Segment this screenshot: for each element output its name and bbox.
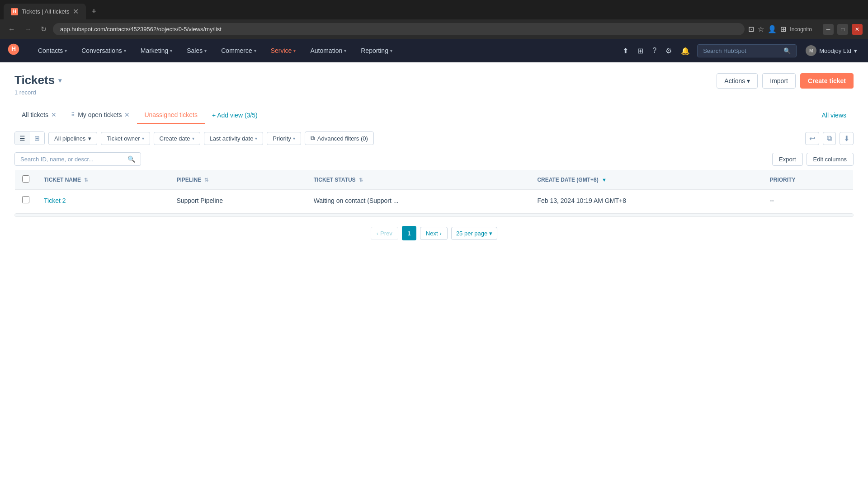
per-page-select[interactable]: 25 per page ▾ <box>451 227 497 240</box>
next-button[interactable]: Next › <box>420 227 448 240</box>
global-search[interactable]: 🔍 <box>697 44 797 57</box>
copy-button[interactable]: ⧉ <box>823 132 836 145</box>
marketplace-icon[interactable]: ⊞ <box>636 45 645 57</box>
add-view-button[interactable]: + Add view (3/5) <box>205 107 265 123</box>
last-activity-date-filter[interactable]: Last activity date ▾ <box>204 132 264 145</box>
table-header: TICKET NAME ⇅ PIPELINE ⇅ TICKET STATUS ⇅… <box>15 170 854 190</box>
pagination: ‹ Prev 1 Next › 25 per page ▾ <box>14 226 854 240</box>
help-icon[interactable]: ? <box>651 45 658 56</box>
nav-automation[interactable]: Automation ▾ <box>303 39 354 62</box>
table-search-input[interactable] <box>20 156 124 163</box>
export-button[interactable]: Export <box>772 153 803 166</box>
table-controls: 🔍 Export Edit columns <box>14 152 854 166</box>
download-button[interactable]: ⬇ <box>840 132 854 145</box>
cell-ticket-status: Waiting on contact (Support ... <box>307 190 530 211</box>
grid-view-button[interactable]: ⊞ <box>30 132 44 145</box>
nav-service[interactable]: Service ▾ <box>264 39 303 62</box>
new-tab-button[interactable]: + <box>88 5 100 18</box>
settings-icon[interactable]: ⚙ <box>664 45 674 57</box>
chevron-down-icon: ▾ <box>204 48 207 53</box>
row-select-checkbox[interactable] <box>22 196 29 203</box>
maximize-button[interactable]: □ <box>837 24 848 35</box>
create-date-filter[interactable]: Create date ▾ <box>154 132 200 145</box>
upgrade-icon[interactable]: ⬆ <box>621 45 630 57</box>
cell-create-date: Feb 13, 2024 10:19 AM GMT+8 <box>530 190 762 211</box>
browser-tab[interactable]: H Tickets | All tickets ✕ <box>4 4 86 19</box>
sort-icon[interactable]: ⇅ <box>359 177 363 183</box>
nav-right: ⬆ ⊞ ? ⚙ 🔔 🔍 M Moodjoy Ltd ▾ <box>621 43 861 58</box>
account-menu[interactable]: M Moodjoy Ltd ▾ <box>802 43 861 58</box>
undo-button[interactable]: ↩ <box>805 132 819 145</box>
nav-sales[interactable]: Sales ▾ <box>179 39 214 62</box>
chevron-down-icon: ▾ <box>170 48 172 53</box>
hubspot-logo[interactable]: H <box>7 43 20 58</box>
filters-row: ☰ ⊞ All pipelines ▾ Ticket owner ▾ Creat… <box>14 131 854 145</box>
actions-button[interactable]: Actions ▾ <box>717 73 758 89</box>
view-toggle: ☰ ⊞ <box>14 131 45 145</box>
view-tabs: All tickets ✕ ⠿ My open tickets ✕ Unassi… <box>14 107 854 124</box>
back-button[interactable]: ← <box>5 23 18 35</box>
close-tab-icon[interactable]: ✕ <box>124 111 130 118</box>
nav-contacts[interactable]: Contacts ▾ <box>31 39 74 62</box>
import-button[interactable]: Import <box>762 73 796 89</box>
list-view-button[interactable]: ☰ <box>15 132 30 145</box>
chevron-down-icon: ▾ <box>142 136 144 141</box>
chevron-down-icon: ▾ <box>293 48 296 53</box>
sort-active-icon[interactable]: ▼ <box>602 177 607 183</box>
header-priority: PRIORITY <box>763 170 854 190</box>
extensions-icon[interactable]: ⊞ <box>780 25 786 33</box>
sort-icon[interactable]: ⇅ <box>84 177 88 183</box>
refresh-button[interactable]: ↻ <box>38 23 49 35</box>
all-views-button[interactable]: All views <box>815 107 854 123</box>
ticket-link[interactable]: Ticket 2 <box>44 197 66 204</box>
sort-icon[interactable]: ⇅ <box>204 177 208 183</box>
nav-commerce[interactable]: Commerce ▾ <box>214 39 263 62</box>
nav-reporting[interactable]: Reporting ▾ <box>354 39 400 62</box>
current-page: 1 <box>402 226 416 240</box>
chevron-down-icon: ▾ <box>124 48 126 53</box>
account-name: Moodjoy Ltd <box>819 47 851 54</box>
close-button[interactable]: ✕ <box>852 24 863 35</box>
prev-button[interactable]: ‹ Prev <box>371 227 398 240</box>
notifications-icon[interactable]: 🔔 <box>679 45 692 57</box>
priority-filter[interactable]: Priority ▾ <box>267 132 301 145</box>
profile-icon[interactable]: 👤 <box>768 25 777 33</box>
tab-all-tickets[interactable]: All tickets ✕ <box>14 107 64 124</box>
edit-columns-button[interactable]: Edit columns <box>807 153 854 166</box>
advanced-filters-button[interactable]: ⧉ Advanced filters (0) <box>305 131 374 145</box>
minimize-button[interactable]: ─ <box>823 24 834 35</box>
tab-favicon: H <box>11 8 18 15</box>
svg-text:H: H <box>11 45 16 52</box>
header-create-date: CREATE DATE (GMT+8) ▼ <box>530 170 762 190</box>
title-dropdown-arrow[interactable]: ▾ <box>58 77 61 84</box>
cell-priority: -- <box>763 190 854 211</box>
tab-my-open-tickets[interactable]: ⠿ My open tickets ✕ <box>64 107 137 124</box>
nav-conversations[interactable]: Conversations ▾ <box>74 39 133 62</box>
tab-unassigned-tickets[interactable]: Unassigned tickets <box>137 107 205 124</box>
chevron-left-icon: ‹ <box>377 230 378 237</box>
pipeline-select[interactable]: All pipelines ▾ <box>48 132 97 145</box>
close-tab-button[interactable]: ✕ <box>73 7 79 16</box>
cell-pipeline: Support Pipeline <box>169 190 306 211</box>
ticket-owner-filter[interactable]: Ticket owner ▾ <box>101 132 150 145</box>
horizontal-scrollbar[interactable] <box>14 213 854 217</box>
nav-marketing[interactable]: Marketing ▾ <box>133 39 179 62</box>
search-input[interactable] <box>703 47 780 54</box>
chevron-down-icon: ▾ <box>293 136 295 141</box>
search-icon: 🔍 <box>127 155 135 163</box>
page-title: Tickets ▾ <box>14 73 61 87</box>
row-checkbox <box>15 190 37 211</box>
header-actions: Actions ▾ Import Create ticket <box>717 73 854 89</box>
close-tab-icon[interactable]: ✕ <box>51 111 57 118</box>
table-search-field[interactable]: 🔍 <box>14 152 141 166</box>
cell-ticket-name: Ticket 2 <box>37 190 169 211</box>
chevron-down-icon: ▾ <box>344 48 346 53</box>
table-body: Ticket 2 Support Pipeline Waiting on con… <box>15 190 854 211</box>
table-action-buttons: Export Edit columns <box>772 153 854 166</box>
forward-button[interactable]: → <box>22 23 34 35</box>
chevron-down-icon: ▾ <box>254 48 256 53</box>
address-bar[interactable]: app.hubspot.com/contacts/45239562/object… <box>53 23 745 35</box>
bookmark-icon[interactable]: ☆ <box>758 25 764 33</box>
select-all-checkbox[interactable] <box>22 175 29 183</box>
create-ticket-button[interactable]: Create ticket <box>800 73 854 89</box>
